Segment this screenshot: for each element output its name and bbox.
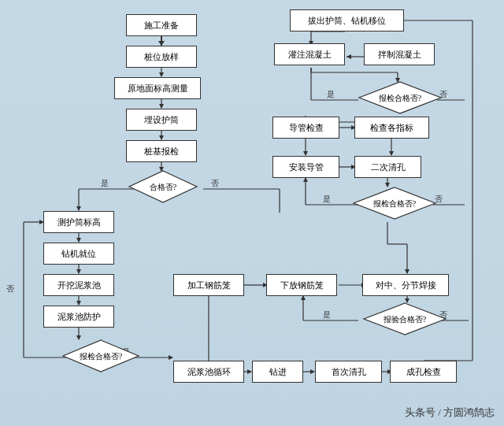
box-weld-join: 对中、分节焊接 [362,274,449,296]
box-drill: 钻进 [252,361,303,383]
box-make-cage: 加工钢筋笼 [173,274,244,296]
no-label5: 否 [6,284,14,293]
box-first-clean: 首次清孔 [315,361,382,383]
box-second-clean: 二次清孔 [354,156,421,178]
svg-marker-30 [169,355,173,360]
yes-label4: 是 [323,310,331,319]
yes-label3: 是 [323,194,331,203]
diamond-check5: 报检合格否? [61,339,140,373]
flowchart-diagram: 是 否 否 是 [0,0,504,426]
svg-text:报检合格否?: 报检合格否? [79,352,123,361]
box-lower-cage: 下放钢筋笼 [266,274,337,296]
box-mud-protection: 泥浆池防护 [43,306,114,328]
svg-text:报检合格否?: 报检合格否? [378,94,422,102]
box-measure-casing: 测护筒标高 [43,211,114,233]
diamond-check3: 报检合格否? [352,186,437,220]
diamond-qualified: 合格否? [128,169,198,204]
diamond-check2: 报检合格否? [358,80,443,115]
box-hole-check: 成孔检查 [390,361,457,383]
no-label1: 否 [211,179,219,187]
svg-marker-51 [346,54,351,59]
box-mud-cycle: 泥浆池循环 [173,361,244,383]
diamond-check4: 报验合格否? [362,302,447,336]
box-pour-concrete: 灌注混凝土 [274,43,345,65]
box-install-guide: 安装导管 [272,156,339,178]
svg-text:合格否?: 合格否? [150,183,177,191]
box-elevation-survey: 原地面标高测量 [114,77,201,99]
svg-text:报验合格否?: 报验合格否? [383,315,427,324]
box-guide-check: 导管检查 [272,117,339,139]
box-dig-mud-pool: 开挖泥浆池 [43,274,114,296]
box-check-indicators: 检查各指标 [354,117,429,139]
box-pile-inspection: 桩基报检 [126,140,197,162]
watermark: 头条号 / 方圆鸿鹄志 [405,406,495,420]
svg-text:报检合格否?: 报检合格否? [372,199,417,208]
box-pull-casing: 拔出护筒、钻机移位 [290,9,404,31]
box-drill-position: 钻机就位 [43,243,114,265]
box-mix-concrete: 拌制混凝土 [364,43,435,65]
box-construction-prep: 施工准备 [126,14,197,36]
box-pile-layout: 桩位放样 [126,46,197,68]
yes-label2: 是 [327,90,335,98]
box-set-casing: 埋设护筒 [126,109,197,131]
yes-label1: 是 [101,179,109,187]
